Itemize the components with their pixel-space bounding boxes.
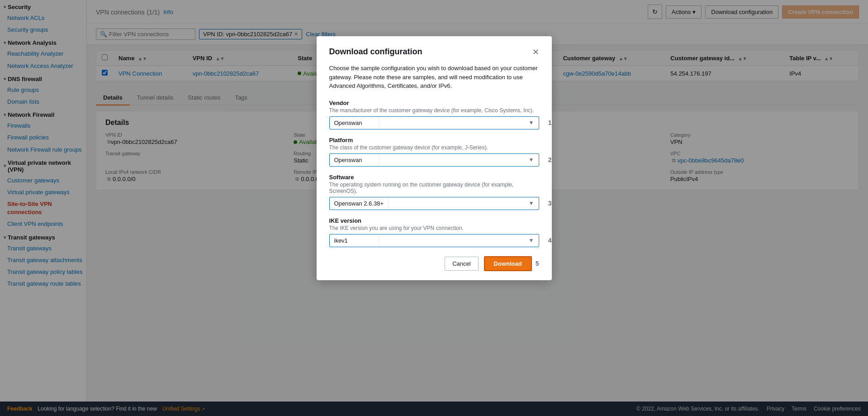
modal-description: Choose the sample configuration you wish…: [329, 64, 539, 91]
modal-overlay: Download configuration ✕ Choose the samp…: [0, 0, 868, 416]
download-config-modal: Download configuration ✕ Choose the samp…: [317, 36, 552, 280]
vendor-dropdown-area[interactable]: ▼: [379, 117, 539, 129]
platform-step-badge: 2: [548, 156, 552, 163]
software-step-badge: 3: [548, 200, 552, 207]
ike-hint: The IKE version you are using for your V…: [329, 225, 539, 231]
platform-chevron-icon: ▼: [529, 157, 534, 163]
platform-value: Openswan: [330, 154, 379, 166]
vendor-select-row[interactable]: Openswan ▼: [329, 116, 539, 129]
ike-select-row[interactable]: ikev1 ▼: [329, 234, 539, 247]
modal-field-software: Software The operating system running on…: [329, 174, 539, 210]
modal-close-button[interactable]: ✕: [532, 48, 539, 56]
ike-dropdown-area[interactable]: ▼: [379, 234, 539, 246]
download-button[interactable]: Download: [484, 256, 532, 271]
platform-dropdown-area[interactable]: ▼: [379, 154, 539, 166]
platform-hint: The class of the customer gateway device…: [329, 144, 539, 151]
software-value: Openswan 2.6.38+: [330, 197, 389, 210]
modal-field-platform: Platform The class of the customer gatew…: [329, 137, 539, 167]
software-hint: The operating system running on the cust…: [329, 182, 539, 194]
software-select-row[interactable]: Openswan 2.6.38+ ▼: [329, 197, 539, 210]
ike-chevron-icon: ▼: [529, 237, 534, 244]
software-label: Software: [329, 174, 539, 181]
ike-value: ikev1: [330, 234, 379, 247]
vendor-chevron-icon: ▼: [529, 120, 534, 126]
modal-header: Download configuration ✕: [329, 47, 539, 57]
software-chevron-icon: ▼: [529, 200, 534, 206]
modal-field-ike: IKE version The IKE version you are usin…: [329, 217, 539, 247]
download-step-badge: 5: [536, 260, 539, 267]
vendor-step-badge: 1: [548, 119, 552, 126]
ike-label: IKE version: [329, 217, 539, 224]
vendor-hint: The manufacturer of the customer gateway…: [329, 107, 539, 114]
vendor-value: Openswan: [330, 117, 379, 129]
ike-step-badge: 4: [548, 237, 552, 244]
platform-label: Platform: [329, 137, 539, 143]
cancel-button[interactable]: Cancel: [445, 257, 478, 271]
modal-field-vendor: Vendor The manufacturer of the customer …: [329, 100, 539, 129]
modal-actions: Cancel Download 5: [329, 256, 539, 271]
software-dropdown-area[interactable]: ▼: [389, 197, 539, 209]
platform-select-row[interactable]: Openswan ▼: [329, 153, 539, 167]
modal-title: Download configuration: [329, 47, 422, 57]
vendor-label: Vendor: [329, 100, 539, 106]
